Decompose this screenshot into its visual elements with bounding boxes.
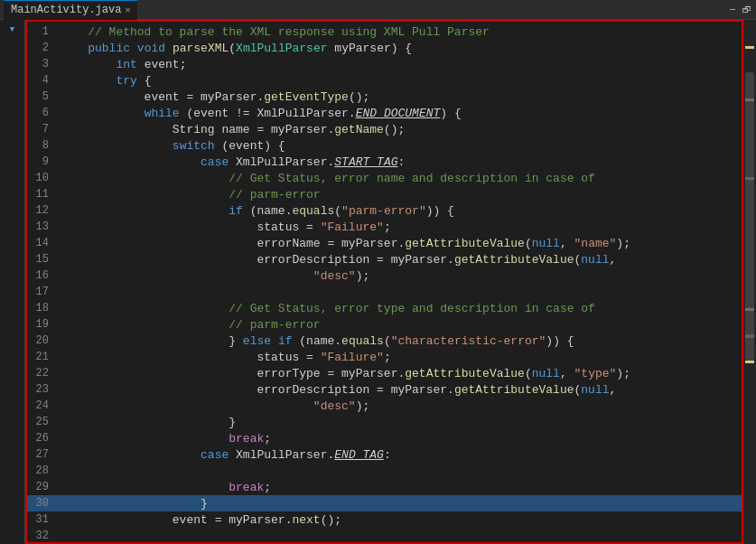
line-content: break; xyxy=(60,481,742,494)
code-line: 17 xyxy=(27,284,742,300)
line-number: 20 xyxy=(33,334,60,347)
line-number: 9 xyxy=(33,155,60,168)
line-number: 31 xyxy=(33,513,60,526)
line-number: 4 xyxy=(33,74,60,87)
line-number: 15 xyxy=(33,253,60,266)
line-number: 7 xyxy=(33,123,60,136)
line-content: // parm-error xyxy=(60,318,742,332)
line-number: 26 xyxy=(33,432,60,445)
line-number: 23 xyxy=(33,383,60,396)
line-content: event = myParser.getEventType(); xyxy=(60,90,742,104)
editor-gutter: ▼ xyxy=(0,20,25,544)
line-number: 24 xyxy=(33,399,60,412)
ruler-mark-1 xyxy=(745,46,754,49)
line-number: 19 xyxy=(33,318,60,331)
line-content: // parm-error xyxy=(60,188,742,202)
collapse-icon[interactable]: ▼ xyxy=(0,22,24,38)
line-content: "desc"); xyxy=(60,269,742,283)
code-editor[interactable]: 1 // Method to parse the XML response us… xyxy=(25,20,743,544)
code-line: 23 errorDescription = myParser.getAttrib… xyxy=(27,381,742,398)
code-line: 20 } else if (name.equals("characteristi… xyxy=(27,333,742,349)
line-content: // Method to parse the XML response usin… xyxy=(60,25,742,39)
code-line: 21 status = "Failure"; xyxy=(27,349,742,365)
ruler-mark-6 xyxy=(745,361,754,363)
code-line: 2 public void parseXML(XmlPullParser myP… xyxy=(27,40,742,56)
code-line: 27 case XmlPullParser.END_TAG: xyxy=(27,446,742,463)
line-number: 27 xyxy=(33,448,60,461)
line-content: "desc"); xyxy=(60,399,742,413)
line-number: 8 xyxy=(33,139,60,152)
line-number: 5 xyxy=(33,90,60,103)
line-number: 13 xyxy=(33,220,60,233)
line-content: status = "Failure"; xyxy=(60,351,742,364)
code-line: 8 switch (event) { xyxy=(27,137,742,154)
line-content: errorName = myParser.getAttributeValue(n… xyxy=(60,237,742,250)
code-line: 13 status = "Failure"; xyxy=(27,219,742,235)
code-line: 18 // Get Status, error type and descrip… xyxy=(27,300,742,316)
line-content: // Get Status, error name and descriptio… xyxy=(60,172,742,185)
line-content: try { xyxy=(60,74,742,88)
line-number: 16 xyxy=(33,269,60,282)
line-content: switch (event) { xyxy=(60,139,742,153)
line-content: errorDescription = myParser.getAttribute… xyxy=(60,383,742,397)
line-number: 12 xyxy=(33,204,60,217)
code-line: 32 xyxy=(27,528,742,544)
title-bar: MainActivity.java ✕ — 🗗 xyxy=(0,0,756,20)
line-content: } else if (name.equals("characteristic-e… xyxy=(60,334,742,348)
tab-close-icon[interactable]: ✕ xyxy=(125,5,130,15)
overview-ruler xyxy=(743,20,756,544)
code-line: 1 // Method to parse the XML response us… xyxy=(27,23,742,40)
line-content xyxy=(60,464,742,478)
code-line: 9 case XmlPullParser.START_TAG: xyxy=(27,154,742,170)
scroll-thumb[interactable] xyxy=(745,72,754,361)
code-line: 22 errorType = myParser.getAttributeValu… xyxy=(27,365,742,381)
code-line: 5 event = myParser.getEventType(); xyxy=(27,89,742,105)
line-content: String name = myParser.getName(); xyxy=(60,123,742,136)
line-number: 28 xyxy=(33,464,60,477)
file-tab[interactable]: MainActivity.java ✕ xyxy=(4,0,137,20)
line-content: public void parseXML(XmlPullParser myPar… xyxy=(60,42,742,55)
maximize-button[interactable]: 🗗 xyxy=(742,5,752,15)
line-content: } xyxy=(60,416,742,429)
code-line: 10 // Get Status, error name and descrip… xyxy=(27,170,742,186)
line-number: 32 xyxy=(33,530,60,542)
line-content: event = myParser.next(); xyxy=(60,513,742,527)
line-number: 11 xyxy=(33,188,60,201)
code-line: 25 } xyxy=(27,414,742,430)
code-line: 3 int event; xyxy=(27,56,742,72)
line-number: 10 xyxy=(33,172,60,184)
code-line: 24 "desc"); xyxy=(27,398,742,414)
title-bar-left: MainActivity.java ✕ xyxy=(4,0,137,20)
code-line: 29 break; xyxy=(27,479,742,495)
code-line: 6 while (event != XmlPullParser.END_DOCU… xyxy=(27,105,742,121)
main-window: MainActivity.java ✕ — 🗗 ▼ 1 // Method to… xyxy=(0,0,756,544)
line-number: 18 xyxy=(33,302,60,314)
code-line: 15 errorDescription = myParser.getAttrib… xyxy=(27,251,742,267)
code-line: 11 // parm-error xyxy=(27,186,742,202)
line-content xyxy=(60,530,742,543)
code-line: 19 // parm-error xyxy=(27,316,742,333)
line-content: break; xyxy=(60,432,742,446)
file-tab-label: MainActivity.java xyxy=(11,4,121,16)
line-content: } xyxy=(60,497,742,511)
line-number: 6 xyxy=(33,107,60,119)
line-number: 25 xyxy=(33,416,60,428)
code-line: 4 try { xyxy=(27,72,742,89)
line-content: status = "Failure"; xyxy=(60,220,742,234)
line-content: errorType = myParser.getAttributeValue(n… xyxy=(60,367,742,380)
line-content: errorDescription = myParser.getAttribute… xyxy=(60,253,742,267)
line-content xyxy=(60,286,742,299)
right-panel xyxy=(743,20,756,544)
code-line: 31 event = myParser.next(); xyxy=(27,511,742,528)
minimize-button[interactable]: — xyxy=(727,5,738,15)
code-line: 26 break; xyxy=(27,430,742,446)
line-content: int event; xyxy=(60,58,742,71)
editor-container: ▼ 1 // Method to parse the XML response … xyxy=(0,20,756,544)
code-line: 12 if (name.equals("parm-error")) { xyxy=(27,202,742,219)
line-number: 22 xyxy=(33,367,60,380)
code-line: 28 xyxy=(27,463,742,479)
line-number: 14 xyxy=(33,237,60,249)
line-number: 17 xyxy=(33,286,60,298)
line-number: 2 xyxy=(33,42,60,54)
line-number: 1 xyxy=(33,25,60,38)
